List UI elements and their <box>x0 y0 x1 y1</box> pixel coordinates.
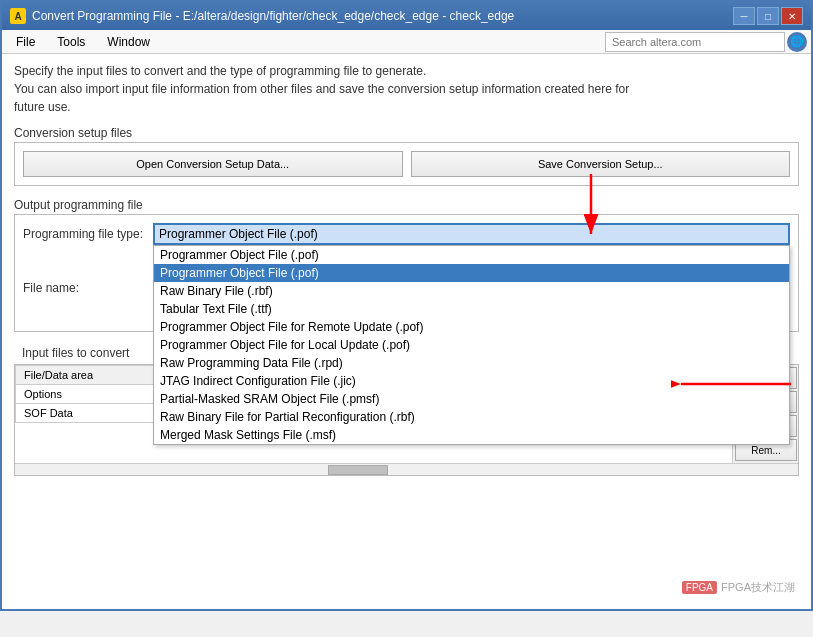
menu-file[interactable]: File <box>6 33 45 51</box>
dropdown-item-4[interactable]: Programmer Object File for Remote Update… <box>154 318 789 336</box>
title-bar: A Convert Programming File - E:/altera/d… <box>2 2 811 30</box>
output-section: Programming file type: Programmer Object… <box>14 214 799 332</box>
horizontal-scrollbar[interactable] <box>15 463 798 475</box>
dropdown-item-10[interactable]: Merged Mask Settings File (.msf) <box>154 426 789 444</box>
menu-bar: File Tools Window 🌐 <box>2 30 811 54</box>
output-programming-label: Output programming file <box>14 198 799 212</box>
dropdown-item-9[interactable]: Raw Binary File for Partial Reconfigurat… <box>154 408 789 426</box>
dropdown-item-1[interactable]: Programmer Object File (.pof) <box>154 264 789 282</box>
search-input[interactable] <box>605 32 785 52</box>
dropdown-item-2[interactable]: Raw Binary File (.rbf) <box>154 282 789 300</box>
scroll-thumb[interactable] <box>328 465 388 475</box>
title-bar-controls: ─ □ ✕ <box>733 7 803 25</box>
minimize-button[interactable]: ─ <box>733 7 755 25</box>
watermark: FPGA FPGA技术江湖 <box>682 580 795 595</box>
file-type-dropdown[interactable]: Programmer Object File (.pof) <box>153 223 790 245</box>
dropdown-item-7[interactable]: JTAG Indirect Configuration File (.jic) <box>154 372 789 390</box>
menu-window[interactable]: Window <box>97 33 160 51</box>
watermark-text: FPGA技术江湖 <box>721 580 795 595</box>
title-bar-left: A Convert Programming File - E:/altera/d… <box>10 8 514 24</box>
main-window: A Convert Programming File - E:/altera/d… <box>0 0 813 611</box>
main-content: Specify the input files to convert and t… <box>2 54 811 609</box>
description: Specify the input files to convert and t… <box>14 62 799 116</box>
conversion-buttons: Open Conversion Setup Data... Save Conve… <box>23 151 790 177</box>
window-title: Convert Programming File - E:/altera/des… <box>32 9 514 23</box>
close-button[interactable]: ✕ <box>781 7 803 25</box>
file-type-label: Programming file type: <box>23 227 153 241</box>
desc-line3: future use. <box>14 98 799 116</box>
dropdown-item-5[interactable]: Programmer Object File for Local Update … <box>154 336 789 354</box>
open-conversion-button[interactable]: Open Conversion Setup Data... <box>23 151 403 177</box>
maximize-button[interactable]: □ <box>757 7 779 25</box>
file-type-dropdown-container: Programmer Object File (.pof) Programmer… <box>153 223 790 245</box>
dropdown-item-6[interactable]: Raw Programming Data File (.rpd) <box>154 354 789 372</box>
save-conversion-button[interactable]: Save Conversion Setup... <box>411 151 791 177</box>
watermark-icon: FPGA <box>682 581 717 594</box>
dropdown-item-8[interactable]: Partial-Masked SRAM Object File (.pmsf) <box>154 390 789 408</box>
menu-tools[interactable]: Tools <box>47 33 95 51</box>
file-type-row: Programming file type: Programmer Object… <box>23 223 790 245</box>
search-globe-icon: 🌐 <box>787 32 807 52</box>
desc-line1: Specify the input files to convert and t… <box>14 62 799 80</box>
dropdown-item-0[interactable]: Programmer Object File (.pof) <box>154 246 789 264</box>
desc-line2: You can also import input file informati… <box>14 80 799 98</box>
conversion-setup-section: Open Conversion Setup Data... Save Conve… <box>14 142 799 186</box>
app-icon: A <box>10 8 26 24</box>
dropdown-item-3[interactable]: Tabular Text File (.ttf) <box>154 300 789 318</box>
file-name-label: File name: <box>23 281 153 295</box>
conversion-setup-label: Conversion setup files <box>14 126 799 140</box>
dropdown-list: Programmer Object File (.pof) Programmer… <box>153 245 790 445</box>
